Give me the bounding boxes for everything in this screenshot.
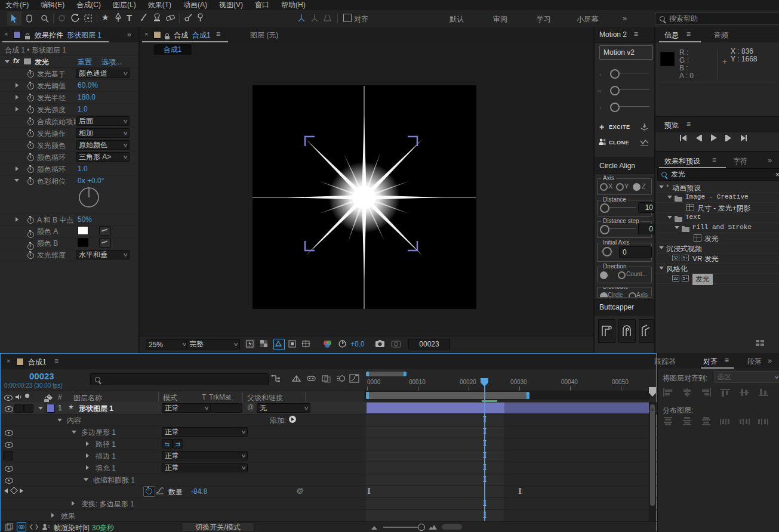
group-name[interactable]: 填充 1 — [96, 463, 116, 474]
distribute-left-button[interactable] — [719, 416, 732, 426]
panel-menu-icon[interactable]: ≡ — [725, 356, 729, 364]
horizontal-scrollbar[interactable] — [442, 524, 462, 530]
menu-composition[interactable]: 合成(C) — [76, 0, 101, 10]
group-visibility-toggle[interactable] — [5, 466, 13, 472]
property-dropdown[interactable]: 后面v — [76, 116, 130, 126]
projecting-cap-button[interactable] — [639, 319, 654, 343]
clone-stamp-tool-button[interactable] — [153, 13, 161, 24]
layer-duration-bar[interactable] — [367, 403, 649, 413]
tab-circle-align[interactable]: Circle Align — [599, 162, 635, 170]
axis-y-radio[interactable] — [616, 183, 624, 191]
butt-cap-button[interactable] — [598, 319, 615, 343]
current-frame[interactable]: 00023 — [29, 371, 54, 381]
align-horizontal-center-button[interactable] — [681, 388, 694, 397]
clear-search-icon[interactable]: × — [775, 171, 779, 179]
polystar-row[interactable]: 多边星形 1 正常v I — [1, 426, 657, 438]
transfer-controls-pane-icon[interactable] — [17, 522, 26, 531]
axis-x-radio[interactable] — [600, 183, 608, 191]
next-keyframe-button[interactable] — [20, 488, 23, 493]
expander-icon[interactable] — [667, 216, 672, 219]
expander-icon[interactable] — [16, 166, 19, 171]
tab-effect-controls[interactable]: 效果控件 — [35, 30, 63, 41]
group-visibility-toggle[interactable] — [3, 451, 13, 460]
property-value[interactable]: 0x +0.0° — [78, 177, 104, 185]
trkmat-column-header[interactable]: TrkMat — [209, 393, 231, 401]
workspace-learn[interactable]: 学习 — [537, 14, 551, 24]
effects-search-box[interactable]: 发光 × — [657, 168, 779, 181]
panel-close-icon[interactable]: × — [7, 357, 10, 364]
panel-menu-icon[interactable]: ≡ — [216, 30, 220, 38]
composition-canvas[interactable] — [253, 85, 476, 309]
play-button[interactable] — [710, 134, 717, 141]
tab-effects-presets[interactable]: 效果和预设 — [664, 156, 700, 166]
tab-timeline-comp[interactable]: 合成1 — [28, 357, 47, 367]
hue-dial[interactable] — [77, 185, 101, 209]
snap-checkbox[interactable] — [343, 14, 352, 22]
distance-step-slider[interactable] — [600, 225, 609, 234]
group-expander[interactable] — [72, 501, 75, 506]
path-merge-toggle[interactable]: ⇉ — [173, 439, 183, 449]
align-right-button[interactable] — [700, 388, 713, 397]
motion-blur-button[interactable] — [336, 374, 346, 385]
path-row[interactable]: 路径 1 ⇆ ⇉ I — [1, 438, 657, 450]
stopwatch-icon[interactable] — [27, 71, 34, 78]
viewer-target-tab[interactable]: 合成1 — [153, 44, 192, 56]
pen-tool-button[interactable] — [115, 13, 122, 24]
workspace-overflow-chevron[interactable]: » — [623, 14, 627, 23]
tree-row[interactable]: 风格化 — [655, 263, 779, 274]
group-name[interactable]: 路径 1 — [96, 440, 116, 450]
group-expander[interactable] — [86, 465, 89, 470]
mask-visibility-button[interactable] — [273, 339, 285, 350]
lock-icon[interactable] — [165, 36, 170, 39]
group-name[interactable]: 内容 — [67, 416, 81, 426]
work-area-end-handle[interactable] — [526, 392, 529, 399]
eyedropper-icon[interactable] — [99, 238, 111, 248]
initial-axis-value-field[interactable]: 0 — [619, 246, 652, 258]
draft-3d-button[interactable] — [291, 374, 301, 385]
blend-mode-dropdown[interactable]: 正常v — [162, 403, 211, 413]
expander-icon[interactable] — [659, 267, 664, 270]
direction-counter-radio[interactable] — [618, 271, 626, 279]
amount-stopwatch-box[interactable] — [143, 486, 155, 497]
hand-tool-button[interactable] — [25, 14, 34, 24]
align-vertical-center-button[interactable] — [738, 388, 751, 397]
ease-out-slider[interactable] — [610, 69, 620, 79]
expression-graph-icon[interactable] — [156, 487, 164, 494]
color-a-swatch[interactable] — [78, 226, 88, 235]
parent-pickwhip-icon[interactable]: @ — [247, 403, 254, 410]
tree-row-selected[interactable]: 32 5+ 发光 — [655, 273, 779, 284]
property-value[interactable]: 60.0% — [78, 81, 98, 89]
tab-tracker[interactable]: 跟踪器 — [654, 357, 676, 367]
property-value[interactable]: 180.0 — [78, 93, 96, 101]
distribute-horizontal-center-button[interactable] — [738, 416, 751, 426]
keyframe-icon[interactable]: I — [367, 487, 371, 495]
transform-row[interactable]: 变换: 多边星形 1 I — [1, 497, 657, 510]
group-expander[interactable] — [86, 453, 89, 458]
render-time-pane-icon[interactable] — [42, 523, 50, 531]
path-direction-toggle[interactable]: ⇆ — [162, 439, 173, 449]
tab-composition-name[interactable]: 合成1 — [192, 30, 211, 41]
layer-expander[interactable] — [38, 407, 43, 410]
workspace-default[interactable]: 默认 — [449, 14, 464, 24]
fill-row[interactable]: 填充 1 正常v I — [1, 462, 657, 474]
stroke-row[interactable]: 描边 1 正常v I — [1, 450, 657, 462]
solo-toggle[interactable] — [24, 404, 33, 413]
tab-audio[interactable]: 音频 — [714, 30, 728, 41]
ease-both-slider[interactable] — [610, 86, 620, 95]
snapshot-button[interactable] — [375, 339, 385, 349]
tab-preview[interactable]: 预览 — [664, 120, 679, 131]
distance-value-field[interactable]: 10 — [638, 202, 655, 213]
menu-view[interactable]: 视图(V) — [219, 0, 243, 10]
panel-grip-icon[interactable] — [756, 340, 765, 347]
exposure-button[interactable] — [338, 339, 347, 350]
resolution-dropdown[interactable]: 完整v — [186, 339, 240, 349]
align-to-dropdown[interactable]: 选区v — [714, 371, 779, 383]
panel-menu-icon[interactable]: ≡ — [634, 30, 638, 38]
menu-window[interactable]: 窗口 — [255, 0, 269, 10]
zoom-out-mountain-icon[interactable] — [371, 525, 377, 530]
brush-tool-button[interactable] — [140, 13, 148, 24]
t-column-header[interactable]: T — [202, 393, 206, 401]
distribute-vertical-center-button[interactable] — [681, 416, 694, 426]
menu-edit[interactable]: 编辑(E) — [41, 0, 64, 10]
eraser-tool-button[interactable] — [166, 14, 175, 23]
